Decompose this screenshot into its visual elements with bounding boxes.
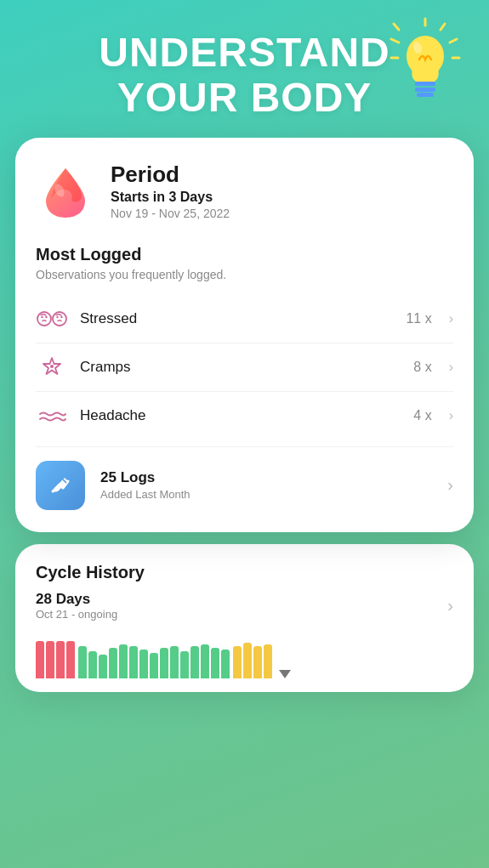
- bar-g-14: [211, 648, 219, 678]
- bar-g-15: [221, 650, 230, 678]
- bar-g-8: [150, 653, 158, 678]
- stressed-icon: [36, 307, 68, 331]
- bar-g-4: [109, 648, 117, 678]
- log-item-cramps[interactable]: Cramps 8 x ›: [36, 343, 453, 392]
- period-date-range: Nov 19 - Nov 25, 2022: [111, 207, 230, 220]
- bar-g-11: [180, 651, 189, 678]
- svg-line-2: [450, 39, 457, 43]
- cramps-count: 8 x: [413, 360, 431, 375]
- bar-red-4: [66, 641, 75, 678]
- bar-g-6: [129, 646, 138, 678]
- headache-label: Headache: [80, 407, 401, 424]
- cycle-info: 28 Days Oct 21 - ongoing: [36, 591, 447, 621]
- green-bar-group: [78, 644, 230, 678]
- period-starts: Starts in 3 Days: [111, 190, 230, 205]
- logs-icon-box: [36, 461, 85, 510]
- most-logged-subtitle: Observations you frequently logged.: [36, 268, 453, 281]
- logs-chevron: ›: [447, 475, 453, 495]
- bar-g-2: [88, 651, 97, 678]
- svg-point-18: [60, 315, 62, 317]
- bar-g-12: [190, 646, 199, 678]
- log-item-headache[interactable]: Headache 4 x ›: [36, 392, 453, 440]
- cramps-chevron: ›: [449, 360, 453, 375]
- bar-g-10: [170, 646, 179, 678]
- cycle-history-section: Cycle History 28 Days Oct 21 - ongoing ›: [15, 544, 474, 692]
- bar-g-7: [139, 650, 148, 678]
- bar-red-2: [46, 641, 54, 678]
- logs-info: 25 Logs Added Last Month: [100, 469, 432, 501]
- svg-rect-10: [417, 93, 434, 97]
- main-card: Period Starts in 3 Days Nov 19 - Nov 25,…: [15, 138, 474, 532]
- period-header: Period Starts in 3 Days Nov 19 - Nov 25,…: [36, 162, 453, 221]
- bar-g-13: [201, 644, 209, 678]
- bar-y-4: [264, 644, 272, 678]
- logs-summary-row[interactable]: 25 Logs Added Last Month ›: [36, 446, 453, 513]
- bar-y-2: [243, 643, 252, 678]
- cycle-bar-chart: [36, 634, 453, 678]
- bar-position-indicator: [279, 670, 291, 678]
- cramps-label: Cramps: [80, 359, 401, 376]
- stressed-chevron: ›: [449, 311, 453, 326]
- bar-g-5: [119, 644, 128, 678]
- bar-y-3: [253, 646, 262, 678]
- headache-count: 4 x: [413, 408, 431, 423]
- svg-line-5: [391, 39, 399, 43]
- svg-line-4: [394, 24, 399, 30]
- bar-g-3: [99, 655, 107, 678]
- stressed-label: Stressed: [80, 310, 394, 327]
- svg-point-15: [45, 315, 47, 317]
- cycle-days: 28 Days: [36, 591, 447, 608]
- svg-line-1: [441, 24, 445, 30]
- cycle-row[interactable]: 28 Days Oct 21 - ongoing ›: [36, 591, 453, 621]
- headache-icon: [36, 404, 68, 428]
- drop-icon: [36, 162, 95, 221]
- log-item-stressed[interactable]: Stressed 11 x ›: [36, 295, 453, 343]
- red-bar-group: [36, 641, 75, 678]
- svg-rect-9: [415, 88, 435, 92]
- svg-point-20: [50, 365, 54, 368]
- lightbulb-icon: [387, 15, 463, 100]
- cycle-history-title: Cycle History: [36, 563, 453, 582]
- period-info: Period Starts in 3 Days Nov 19 - Nov 25,…: [111, 162, 230, 220]
- bar-g-9: [160, 648, 168, 678]
- period-title: Period: [111, 162, 230, 188]
- cramps-icon: [36, 355, 68, 379]
- svg-point-14: [41, 315, 43, 317]
- svg-rect-8: [415, 82, 435, 86]
- logs-title: 25 Logs: [100, 469, 432, 486]
- most-logged-title: Most Logged: [36, 245, 453, 264]
- bar-red-1: [36, 641, 44, 678]
- stressed-count: 11 x: [406, 311, 431, 326]
- logs-subtitle: Added Last Month: [100, 488, 432, 501]
- yellow-bar-group: [233, 643, 272, 678]
- bar-g-1: [78, 646, 87, 678]
- cycle-chevron: ›: [447, 596, 453, 616]
- cycle-dates: Oct 21 - ongoing: [36, 608, 447, 621]
- bar-red-3: [56, 641, 65, 678]
- bar-y-1: [233, 646, 242, 678]
- svg-point-17: [56, 315, 58, 317]
- most-logged-section: Most Logged Observations you frequently …: [36, 245, 453, 440]
- headache-chevron: ›: [449, 408, 453, 423]
